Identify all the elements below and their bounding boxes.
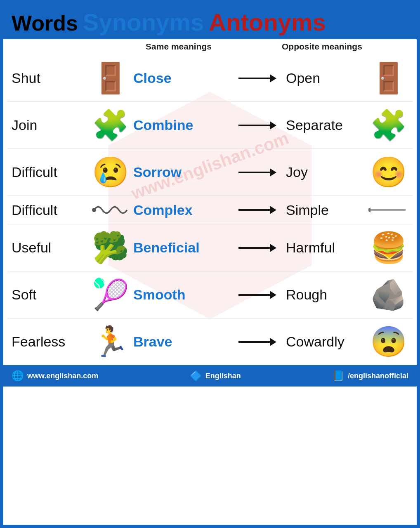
table-row: Join 🧩 Combine Separate 🧩 (7, 102, 413, 149)
facebook-icon: 📘 (332, 370, 344, 382)
icon-puzzle-separate: 🧩 (368, 108, 408, 143)
word-fearless: Fearless (12, 334, 88, 350)
footer-social: 📘 /englishanofficial (332, 370, 408, 382)
inner-container: www.englishan.com Words Synonyms Antonym… (3, 3, 417, 525)
table-row: Useful 🥦 Beneficial Harmful 🍔 (7, 224, 413, 271)
synonym-combine: Combine (133, 117, 232, 133)
synonym-beneficial: Beneficial (133, 240, 232, 256)
arrow-brave (232, 341, 278, 343)
table-row: Difficult Complex Simple (7, 196, 413, 224)
icon-door-open: 🚪 (368, 61, 408, 96)
brand-icon: 🔷 (190, 370, 202, 382)
synonym-complex: Complex (133, 202, 232, 218)
icon-junkfood: 🍔 (368, 230, 408, 265)
arrow-sorrow (232, 172, 278, 173)
footer-website: 🌐 www.englishan.com (12, 370, 98, 382)
word-soft: Soft (12, 287, 88, 303)
same-meanings-label: Same meanings (129, 42, 228, 52)
icon-simple-line (368, 206, 410, 214)
table-row: Soft 🎾 Smooth Rough 🪨 (7, 271, 413, 318)
content-area: Shut 🚪 Close Open 🚪 Join 🧩 Com (3, 55, 417, 365)
subheader-row: Same meanings Opposite meanings (3, 39, 417, 55)
arrow-complex (232, 209, 278, 211)
synonym-brave: Brave (133, 334, 232, 350)
antonym-open: Open (286, 70, 368, 86)
svg-marker-3 (368, 207, 370, 212)
opposite-meanings-label: Opposite meanings (282, 42, 362, 52)
icon-vegetables: 🥦 (88, 230, 133, 265)
icon-sad-face: 😢 (88, 155, 133, 190)
sub-left-spacer (7, 42, 129, 52)
antonym-rough: Rough (286, 287, 368, 303)
icon-scared-kid: 😨 (368, 324, 408, 359)
table-row: Difficult 😢 Sorrow Joy 😊 (7, 149, 413, 196)
icon-wavy-line (88, 202, 133, 218)
svg-point-1 (92, 208, 96, 212)
outer-border: www.englishan.com Words Synonyms Antonym… (0, 0, 420, 528)
header-words-label: Words (12, 11, 78, 35)
arrow-join (232, 125, 278, 126)
antonym-harmful: Harmful (286, 240, 368, 256)
synonym-smooth: Smooth (133, 287, 232, 303)
synonym-sorrow: Sorrow (133, 164, 232, 180)
antonym-joy: Joy (286, 164, 368, 180)
antonym-simple: Simple (286, 202, 368, 218)
wavy-svg (92, 202, 129, 218)
table-row: Shut 🚪 Close Open 🚪 (7, 55, 413, 102)
simple-line-svg (368, 206, 410, 214)
antonym-cowardly: Cowardly (286, 334, 368, 350)
footer-website-text: www.englishan.com (27, 372, 98, 380)
globe-icon: 🌐 (12, 370, 24, 382)
header-synonyms-label: Synonyms (83, 8, 204, 36)
synonym-close: Close (133, 70, 232, 86)
arrow-beneficial (232, 247, 278, 249)
header-bar: Words Synonyms Antonyms (3, 3, 417, 39)
icon-rock: 🪨 (368, 277, 408, 312)
arrow-shut (232, 78, 278, 79)
footer-brand-text: Englishan (205, 372, 241, 380)
word-difficult-1: Difficult (12, 164, 88, 180)
arrow-spacer (228, 42, 274, 52)
icon-green-ball: 🎾 (88, 277, 133, 312)
antonym-separate: Separate (286, 117, 368, 133)
word-useful: Useful (12, 240, 88, 256)
footer-brand: 🔷 Englishan (190, 370, 241, 382)
table-row: Fearless 🏃 Brave Cowardly 😨 (7, 318, 413, 365)
icon-happy-face: 😊 (368, 155, 408, 190)
icon-brave-kid: 🏃 (88, 324, 133, 359)
word-difficult-2: Difficult (12, 202, 88, 218)
word-shut: Shut (12, 70, 88, 86)
footer-bar: 🌐 www.englishan.com 🔷 Englishan 📘 /engli… (3, 365, 417, 387)
icon-puzzle-joined: 🧩 (88, 108, 133, 143)
arrow-smooth (232, 294, 278, 296)
header-antonyms-label: Antonyms (209, 8, 326, 36)
icon-door-closed: 🚪 (88, 61, 133, 96)
word-join: Join (12, 117, 88, 133)
footer-social-text: /englishanofficial (348, 372, 408, 380)
